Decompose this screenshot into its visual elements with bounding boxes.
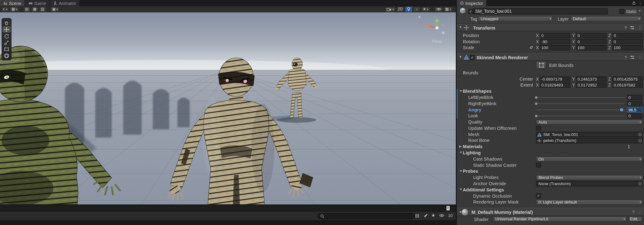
scene-view-options-dropdown[interactable]: ▦▾ xyxy=(10,7,19,12)
material-header[interactable]: ▼ M_Default Mummy (Material) ? ⋮ xyxy=(457,208,644,216)
document-icon[interactable] xyxy=(446,206,450,211)
edit-bounds-button[interactable] xyxy=(536,61,546,69)
shader-dropdown[interactable]: Universal Render Pipeline/Lit▾ xyxy=(493,216,627,222)
orientation-gizmo[interactable]: Persp xyxy=(424,17,450,43)
rotation-x-field[interactable]: -90 xyxy=(540,39,571,44)
rotation-z-field[interactable]: 0 xyxy=(612,39,643,44)
object-picker-icon[interactable] xyxy=(638,182,642,185)
help-icon[interactable]: ? xyxy=(624,55,627,59)
root-bone-object-field[interactable]: pelvis (Transform) xyxy=(536,138,643,143)
foldout-arrow-icon[interactable]: ▼ xyxy=(459,151,462,155)
tab-scene[interactable]: Scene xyxy=(0,0,25,6)
position-z-field[interactable]: 0 xyxy=(612,33,643,38)
blendshape-slider-track[interactable] xyxy=(536,97,625,98)
grid-axis-y-toggle[interactable]: ▦ xyxy=(31,7,38,12)
tool-scale-button[interactable] xyxy=(2,40,11,46)
foldout-arrow-icon[interactable]: ▼ xyxy=(459,55,462,59)
tool-hand-button[interactable] xyxy=(2,20,11,26)
materials-row[interactable]: ▶ Materials 1 xyxy=(457,144,644,150)
static-shadow-caster-checkbox[interactable] xyxy=(536,162,541,167)
tag-dropdown[interactable]: Untagged▾ xyxy=(478,16,553,21)
rotation-y-field[interactable]: 0 xyxy=(576,39,607,44)
extent-x-field[interactable]: 0.01829493 xyxy=(540,82,571,88)
probes-foldout-row[interactable]: ▼ Probes xyxy=(457,168,644,175)
kebab-menu-icon[interactable]: ⋮ xyxy=(638,55,642,59)
static-dropdown-icon[interactable]: ▾ xyxy=(639,9,641,12)
search-field[interactable] xyxy=(318,213,415,219)
blendshape-value-field[interactable]: 0 xyxy=(627,113,642,119)
additional-settings-foldout-row[interactable]: ▼ Additional Settings xyxy=(457,187,644,193)
blendshape-value-field[interactable]: 0 xyxy=(627,95,642,100)
center-y-field[interactable]: 0.2461373 xyxy=(576,76,607,82)
blendshape-slider-track[interactable] xyxy=(536,103,625,104)
tool-move-button[interactable] xyxy=(2,26,11,32)
blendshape-slider-track[interactable] xyxy=(536,110,625,110)
blendshape-slider-handle[interactable] xyxy=(534,115,537,117)
list-view-icon[interactable]: ▤ xyxy=(415,213,419,218)
foldout-arrow-icon[interactable]: ▼ xyxy=(459,26,462,29)
render-mode-dropdown[interactable]: ◐▾ xyxy=(1,7,9,12)
transform-component-header[interactable]: ▼ Transform ? ⋮ xyxy=(457,24,644,31)
blendshape-slider-handle[interactable] xyxy=(534,96,537,99)
tool-rect-button[interactable] xyxy=(2,46,11,52)
position-x-field[interactable]: 0 xyxy=(540,33,571,38)
overlay-menu-icon[interactable]: ≡ xyxy=(418,15,421,19)
scene-canvas[interactable] xyxy=(0,12,456,204)
material-preview-thumbnail[interactable] xyxy=(462,209,468,216)
grid-axis-z-toggle[interactable]: ▥ xyxy=(39,7,46,12)
anchor-override-object-field[interactable]: None (Transform) xyxy=(536,181,643,186)
cast-shadows-dropdown[interactable]: On▾ xyxy=(536,157,643,162)
kebab-menu-icon[interactable]: ⋮ xyxy=(638,210,642,214)
rendering-layer-mask-dropdown[interactable]: 0: Light Layer default▾ xyxy=(536,199,643,205)
preset-icon[interactable] xyxy=(630,55,635,60)
active-checkbox[interactable]: ✓ xyxy=(468,9,473,14)
snap-settings-dropdown[interactable]: ▣▾ xyxy=(50,7,59,12)
tool-rotate-button[interactable] xyxy=(2,33,11,39)
quality-dropdown[interactable]: Auto▾ xyxy=(536,120,643,125)
kebab-menu-icon[interactable]: ⋮ xyxy=(638,26,642,30)
blendshape-value-field[interactable]: 96.5 xyxy=(627,107,642,112)
light-probes-dropdown[interactable]: Blend Probes▾ xyxy=(536,175,643,180)
blendshape-value-field[interactable]: 0 xyxy=(627,101,642,106)
object-picker-icon[interactable] xyxy=(638,139,642,143)
effects-dropdown[interactable]: ★▾ xyxy=(421,7,430,12)
lock-icon[interactable] xyxy=(632,1,636,6)
skinned-mesh-renderer-header[interactable]: ▼ ✓ Skinned Mesh Renderer ? ⋮ xyxy=(457,54,644,61)
2d-toggle[interactable]: 2D xyxy=(396,7,404,12)
help-icon[interactable]: ? xyxy=(632,210,634,214)
position-y-field[interactable]: 0 xyxy=(576,33,607,38)
audio-toggle[interactable]: ♪ xyxy=(413,7,420,12)
center-x-field[interactable]: -0.6937179 xyxy=(540,76,571,82)
scene-viewport[interactable]: ≡ Persp xyxy=(0,12,456,204)
projection-label[interactable]: Persp xyxy=(424,40,450,44)
blendshapes-title-row[interactable]: ▼ BlendShapes xyxy=(457,88,644,95)
scale-y-field[interactable]: 100 xyxy=(576,45,607,50)
kebab-menu-icon[interactable]: ⋮ xyxy=(638,1,642,6)
update-when-offscreen-checkbox[interactable] xyxy=(536,126,541,131)
grid-visual-dropdown[interactable]: ▦▾ xyxy=(444,7,453,12)
brush-icon[interactable] xyxy=(423,213,428,218)
foldout-arrow-icon[interactable]: ▶ xyxy=(459,145,462,148)
tab-inspector[interactable]: Inspector xyxy=(457,0,487,6)
component-enabled-checkbox[interactable]: ✓ xyxy=(470,55,475,60)
dynamic-occlusion-checkbox[interactable]: ✓ xyxy=(536,193,541,198)
shader-edit-button[interactable]: Edit... xyxy=(628,216,642,222)
tab-animator[interactable]: Animator xyxy=(50,0,80,6)
center-z-field[interactable]: 0.001425575 xyxy=(612,76,643,82)
help-icon[interactable]: ? xyxy=(624,26,627,30)
materials-count[interactable]: 1 xyxy=(628,144,642,149)
grid-axis-x-toggle[interactable]: ▤ xyxy=(23,7,30,12)
tab-game[interactable]: Game xyxy=(25,0,50,6)
blendshape-slider-track[interactable] xyxy=(536,116,625,116)
scale-z-field[interactable]: 100 xyxy=(612,45,643,50)
scale-x-field[interactable]: 100 xyxy=(540,45,571,50)
gizmo-axes-icon[interactable] xyxy=(424,17,450,39)
scene-visibility-toggle[interactable] xyxy=(435,7,443,12)
blendshape-slider-handle[interactable] xyxy=(620,108,623,111)
camera-settings-dropdown[interactable]: ▾ xyxy=(385,7,395,12)
hidden-objects-eye-icon[interactable] xyxy=(439,213,444,217)
foldout-arrow-icon[interactable]: ▼ xyxy=(459,188,462,191)
mesh-object-field[interactable]: SM_Torso_low.001 xyxy=(536,132,643,137)
static-checkbox[interactable] xyxy=(619,9,624,14)
foldout-arrow-icon[interactable]: ▼ xyxy=(459,90,462,93)
